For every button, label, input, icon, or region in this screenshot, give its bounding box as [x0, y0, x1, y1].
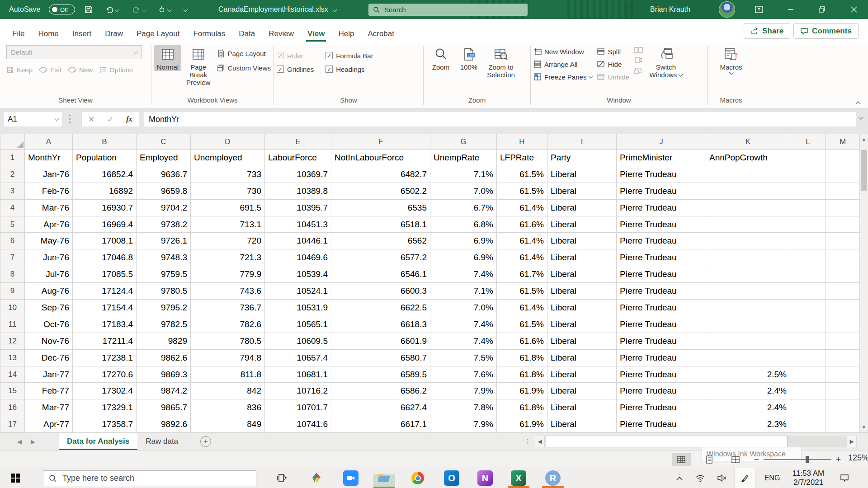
- cell-J9[interactable]: Pierre Trudeau: [617, 283, 706, 300]
- row-header-4[interactable]: 4: [0, 199, 25, 216]
- cell-E11[interactable]: 10565.1: [265, 316, 331, 333]
- cell-D7[interactable]: 721.3: [191, 249, 265, 266]
- cell-M7[interactable]: [826, 249, 860, 266]
- cell-D10[interactable]: 736.7: [191, 300, 265, 316]
- select-all-corner[interactable]: [0, 134, 25, 150]
- language-indicator[interactable]: ENG: [760, 468, 784, 488]
- cell-H1[interactable]: LFPRate: [497, 150, 547, 166]
- column-header-G[interactable]: G: [430, 134, 497, 150]
- close-button[interactable]: [844, 0, 864, 19]
- cell-F3[interactable]: 6502.2: [331, 183, 430, 199]
- ribbon-tab-review[interactable]: Review: [262, 25, 301, 43]
- vertical-scroll-thumb[interactable]: [861, 150, 867, 191]
- cell-D4[interactable]: 691.5: [191, 199, 265, 216]
- cell-G11[interactable]: 7.4%: [430, 316, 497, 333]
- zoom-level[interactable]: 125%: [848, 453, 868, 463]
- cell-I17[interactable]: Liberal: [547, 416, 617, 433]
- cell-L11[interactable]: [790, 316, 826, 333]
- headings-checkbox[interactable]: ✓Headings: [326, 62, 373, 76]
- cell-A8[interactable]: Jul-76: [25, 266, 73, 283]
- cell-B4[interactable]: 16930.7: [73, 199, 137, 216]
- cell-H2[interactable]: 61.5%: [497, 166, 547, 183]
- cell-L14[interactable]: [790, 366, 826, 383]
- cell-D14[interactable]: 811.8: [191, 366, 265, 383]
- cell-D1[interactable]: Unemployed: [191, 150, 265, 166]
- new-sheet-view-button[interactable]: New: [68, 63, 93, 76]
- cell-F9[interactable]: 6600.3: [331, 283, 430, 300]
- custom-views-button[interactable]: Custom Views: [217, 61, 271, 74]
- sheet-nav-left-arrow[interactable]: ◀: [13, 433, 26, 450]
- cell-K16[interactable]: 2.4%: [706, 399, 790, 416]
- new-window-button[interactable]: New Window: [533, 45, 592, 58]
- cell-F16[interactable]: 6627.4: [331, 399, 430, 416]
- cell-D3[interactable]: 730: [191, 183, 265, 199]
- zoom-slider-track[interactable]: [764, 459, 831, 460]
- row-header-14[interactable]: 14: [0, 366, 25, 383]
- cell-J3[interactable]: Pierre Trudeau: [617, 183, 706, 199]
- cell-A13[interactable]: Dec-76: [25, 349, 73, 366]
- undo-button[interactable]: [105, 0, 118, 19]
- ribbon-tab-view[interactable]: View: [301, 25, 331, 43]
- statusbar-normal-view-button[interactable]: [672, 453, 691, 466]
- cell-D8[interactable]: 779.9: [191, 266, 265, 283]
- cell-H3[interactable]: 61.5%: [497, 183, 547, 199]
- cell-G8[interactable]: 7.4%: [430, 266, 497, 283]
- row-header-3[interactable]: 3: [0, 183, 25, 199]
- cell-E1[interactable]: LabourForce: [265, 150, 331, 166]
- scroll-right-arrow[interactable]: ▶: [847, 436, 857, 447]
- cell-G10[interactable]: 7.0%: [430, 300, 497, 316]
- cell-K13[interactable]: [706, 349, 790, 366]
- cell-A10[interactable]: Sep-76: [25, 300, 73, 316]
- cell-H13[interactable]: 61.8%: [497, 349, 547, 366]
- cell-C15[interactable]: 9874.2: [137, 383, 191, 399]
- cell-M11[interactable]: [826, 316, 860, 333]
- cell-C14[interactable]: 9869.3: [137, 366, 191, 383]
- cell-C1[interactable]: Employed: [137, 150, 191, 166]
- zoom-100-button[interactable]: 100 100%: [455, 45, 482, 71]
- cell-F13[interactable]: 6580.7: [331, 349, 430, 366]
- cell-H8[interactable]: 61.7%: [497, 266, 547, 283]
- cell-I16[interactable]: Liberal: [547, 399, 617, 416]
- cell-L4[interactable]: [790, 199, 826, 216]
- minimize-button[interactable]: [780, 0, 801, 19]
- cell-A15[interactable]: Feb-77: [25, 383, 73, 399]
- cell-G9[interactable]: 7.1%: [430, 283, 497, 300]
- cell-D13[interactable]: 794.8: [191, 349, 265, 366]
- windows-ink-icon[interactable]: [734, 468, 756, 488]
- cell-H15[interactable]: 61.9%: [497, 383, 547, 399]
- cell-C7[interactable]: 9748.3: [137, 249, 191, 266]
- cell-I15[interactable]: Liberal: [547, 383, 617, 399]
- cell-H14[interactable]: 61.8%: [497, 366, 547, 383]
- cell-F8[interactable]: 6546.1: [331, 266, 430, 283]
- autosave-toggle[interactable]: Off: [49, 0, 75, 19]
- column-header-E[interactable]: E: [265, 134, 331, 150]
- cell-M2[interactable]: [826, 166, 860, 183]
- cell-M15[interactable]: [826, 383, 860, 399]
- cell-L16[interactable]: [790, 399, 826, 416]
- cell-G3[interactable]: 7.0%: [430, 183, 497, 199]
- cell-B6[interactable]: 17008.1: [73, 233, 137, 249]
- ruler-checkbox[interactable]: ✓Ruler: [277, 49, 314, 62]
- cell-K10[interactable]: [706, 300, 790, 316]
- cell-C13[interactable]: 9862.6: [137, 349, 191, 366]
- cell-M10[interactable]: [826, 300, 860, 316]
- cell-A7[interactable]: Jun-76: [25, 249, 73, 266]
- column-header-L[interactable]: L: [790, 134, 826, 150]
- cell-J1[interactable]: PrimeMinister: [617, 150, 706, 166]
- cell-J8[interactable]: Pierre Trudeau: [617, 266, 706, 283]
- split-button[interactable]: Split: [597, 45, 629, 58]
- ribbon-tab-home[interactable]: Home: [31, 25, 65, 43]
- name-box[interactable]: A1: [4, 112, 62, 127]
- ribbon-display-options-button[interactable]: [749, 0, 769, 19]
- share-button[interactable]: Share: [744, 23, 790, 39]
- redo-button[interactable]: [132, 0, 146, 19]
- touch-mode-dropdown-chevron[interactable]: [167, 7, 172, 12]
- cell-E8[interactable]: 10539.4: [265, 266, 331, 283]
- cell-I12[interactable]: Liberal: [547, 333, 617, 349]
- cell-M14[interactable]: [826, 366, 860, 383]
- cell-G15[interactable]: 7.9%: [430, 383, 497, 399]
- cancel-button[interactable]: ✕: [88, 115, 94, 124]
- cell-E16[interactable]: 10701.7: [265, 399, 331, 416]
- cell-J12[interactable]: Pierre Trudeau: [617, 333, 706, 349]
- switch-windows-button[interactable]: Switch Windows: [647, 45, 684, 79]
